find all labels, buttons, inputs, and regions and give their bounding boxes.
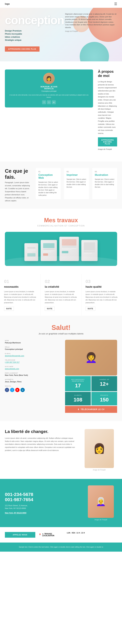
svg-rect-2 <box>27 250 36 251</box>
nom-value: Patrycja Martinsen <box>5 342 60 344</box>
feature-link-1[interactable]: SUITE <box>4 307 14 311</box>
menu-icon[interactable]: ☰ <box>114 2 117 6</box>
hero-section: conception Design Premium Photo incroyab… <box>0 8 122 61</box>
stat-awards: RÉCOMPENSES REMPORTÉES 17 <box>65 376 91 391</box>
email-value[interactable]: designer@example.com <box>5 355 60 357</box>
twitter-btn[interactable]: t <box>10 388 14 392</box>
avatar: 👩 <box>43 73 55 84</box>
hello-content: NOM Patrycja Martinsen RÔLE Concepteur p… <box>5 340 117 413</box>
feature-num-1: 01 <box>4 279 36 284</box>
services-grid: 01. Conception Web Sample text. Click to… <box>36 168 117 199</box>
stat-awards-value: 17 <box>68 383 88 389</box>
info-email: E-MAIL designer@example.com <box>5 353 60 357</box>
hello-photo: 👩‍🦱 <box>65 340 117 376</box>
hero-feature-4: Stratégie unique <box>5 38 117 42</box>
about-content: À propos de moi Le blog de design présen… <box>98 70 117 154</box>
facebook-btn[interactable]: f <box>5 388 9 392</box>
social-icons: f t in <box>8 100 90 104</box>
service-name-3: Illustration <box>95 174 114 176</box>
info-role: RÔLE Concepteur principal <box>5 346 60 350</box>
svg-rect-10 <box>62 239 76 246</box>
portfolio-section: Mes travaux COMMERCIALISATION ET CONCEPT… <box>0 209 122 274</box>
service-card-1: 01. Conception Web Sample text. Click to… <box>36 168 61 199</box>
hours-bar: APPELEZ NOUS 📍 ► TROUVEZ LOCALISATION LU… <box>0 527 122 542</box>
website-value[interactable]: www.siteweb.com <box>5 368 60 370</box>
svg-rect-11 <box>62 246 76 248</box>
about-greeting: BONJOUR, JE SUIS PATRYCJA <box>8 86 90 90</box>
hello-section: Salut! Je suis un graphiste créatif aux … <box>0 316 122 421</box>
freedom-section: La liberté de changer. Lorem ipsum dolor… <box>0 421 122 479</box>
phone-label: TÉLÉPHONE <box>5 359 60 361</box>
feature-name-2: la créativité <box>45 286 77 288</box>
stat-years-value: 12+ <box>94 381 114 387</box>
youtube-btn[interactable]: ▶ <box>15 388 20 392</box>
feature-card-2: 02 la créativité Lorem ipsum ut eros tin… <box>41 274 81 316</box>
features-section: 01 nouveautés Lorem ipsum ut eros tincid… <box>0 274 122 316</box>
about-title: À propos de moi <box>98 70 117 78</box>
info-location: EMPLACEMENT New York, Paris (New York) <box>5 372 60 376</box>
portfolio-wave-decor <box>5 256 117 266</box>
svg-rect-7 <box>43 250 55 251</box>
download-icon: ⬇ <box>78 408 79 410</box>
feature-card-3: 03 haute qualité Lorem ipsum ut eros tin… <box>81 274 122 316</box>
service-desc-3: Sample text. Click to select the text bo… <box>95 178 114 188</box>
contact-image-label: Image de Freepik <box>85 519 117 520</box>
service-name-1: Conception Web <box>38 174 58 180</box>
hello-right: 👩‍🦱 RÉCOMPENSES REMPORTÉES 17 ANNÉES XP … <box>65 340 117 413</box>
portfolio-title: Mes travaux <box>5 217 117 224</box>
email-label: E-MAIL <box>5 353 60 354</box>
localization-label: ► TROUVEZ LOCALISATION <box>42 533 64 536</box>
about-profile-card: 👩 BONJOUR, JE SUIS PATRYCJA Concepteur p… <box>5 70 93 108</box>
location-label: EMPLACEMENT <box>5 372 60 374</box>
svg-rect-9 <box>43 254 48 256</box>
about-section: 👩 BONJOUR, JE SUIS PATRYCJA Concepteur p… <box>0 61 122 162</box>
svg-rect-5 <box>43 243 55 248</box>
service-card-3: 03. Illustration Sample text. Click to s… <box>92 168 117 199</box>
linkedin-btn[interactable]: in <box>21 388 25 392</box>
logo: logo <box>5 2 10 5</box>
feature-name-1: nouveautés <box>4 286 36 288</box>
about-card-desc: A la suite de votre demande, nous avons … <box>8 94 90 98</box>
hello-title: Salut! <box>5 324 117 332</box>
hours-info: LUN - VEN : 11 H - 21 H <box>67 532 117 538</box>
stat-projects-value: 150 <box>94 397 114 403</box>
info-social: SOCIAL f t ▶ in <box>5 385 60 392</box>
contact-right: 👩‍🦳 Image de Freepik <box>85 486 117 520</box>
contact-link[interactable]: New York, NY 92123-9000 <box>5 512 26 514</box>
about-role: Concepteur principal <box>8 90 90 92</box>
info-website: SITE WEB www.siteweb.com <box>5 366 60 370</box>
feature-link-3[interactable]: SUITE <box>86 307 95 311</box>
hello-info: NOM Patrycja Martinsen RÔLE Concepteur p… <box>5 340 60 413</box>
freedom-right: 👩 Image de Freepik <box>81 429 117 471</box>
footer-card: Sample text. Click to select the text bu… <box>0 542 122 552</box>
service-card-2: 02. Imprimer Sample text. Click to selec… <box>64 168 89 199</box>
interests-value: Jeux, Design, Films <box>5 381 60 383</box>
info-phone: TÉLÉPHONE (+56) 667 534 317 <box>5 359 60 363</box>
download-cv-button[interactable]: ⬇ TÉLÉCHARGER LE CV <box>65 406 117 413</box>
stat-projects-label: PROJETS <box>94 394 114 396</box>
svg-rect-12 <box>62 248 76 249</box>
hero-cta-button[interactable]: APPRENDRE ENCORE PLUS <box>5 46 40 52</box>
footer-text: Sample text. Click to select the text bu… <box>5 546 117 548</box>
service-num-3: 03. <box>95 170 114 172</box>
about-cta-button[interactable]: APPRENDRE ENCORE PLUS <box>98 137 117 146</box>
phone-value[interactable]: (+56) 667 534 317 <box>5 361 60 363</box>
twitter-icon[interactable]: t <box>47 100 51 104</box>
hero-right-text: Dignissim ullamcorper ut erat ante si ad… <box>65 13 117 29</box>
stat-clients-label: CLIENTS <box>68 394 88 396</box>
linkedin-icon[interactable]: in <box>52 100 56 104</box>
localization-item[interactable]: 📍 ► TROUVEZ LOCALISATION <box>39 532 64 538</box>
feature-link-2[interactable]: SUITE <box>45 307 55 311</box>
facebook-icon[interactable]: f <box>42 100 46 104</box>
stat-clients: CLIENTS 108 <box>65 392 91 405</box>
hero-feature-3: Idées créatives <box>5 36 117 38</box>
hours-days: LUN - VEN : 11 H - 21 H <box>67 532 117 534</box>
services-section: Ce que je fais. Paragraph. Lorem ipsum d… <box>0 162 122 209</box>
about-image-label: Image de Freepik <box>98 148 117 151</box>
call-us-button[interactable]: APPELEZ NOUS <box>5 532 35 538</box>
contact-phone1: 001-234-5678 <box>5 492 80 497</box>
contact-decor <box>98 502 117 521</box>
svg-rect-14 <box>62 251 68 253</box>
stat-years-label: ANNÉES XP <box>94 379 114 380</box>
stat-clients-value: 108 <box>68 397 88 403</box>
